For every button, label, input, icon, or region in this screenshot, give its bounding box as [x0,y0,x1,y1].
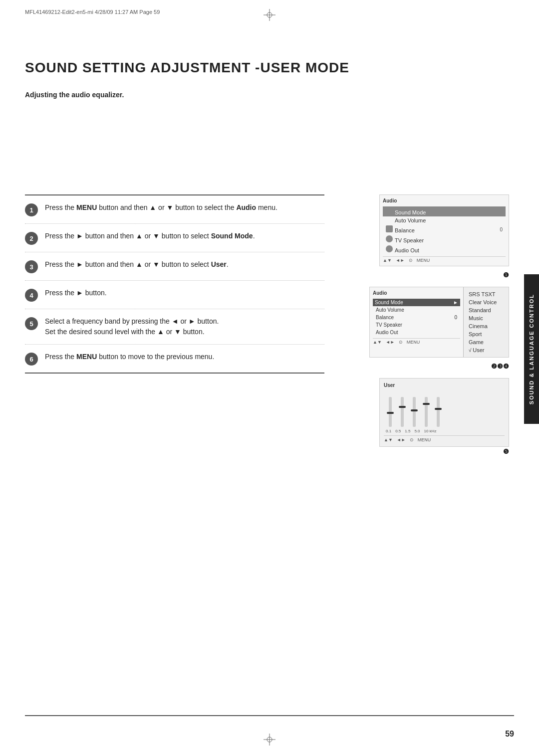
sub-item-1: SRS TSXT [467,290,506,298]
eq-bar-5 [437,397,440,427]
subtitle: Adjusting the audio equalizer. [25,91,514,99]
freq-label-1: 0.1 [386,429,391,433]
step-4-text: Press the ► button. [45,288,324,298]
screen3-step-label: ❺ [379,448,509,455]
eq-bars [384,392,505,427]
screen1-item-5: Audio Out [383,244,506,254]
screen3-container: User [349,378,509,455]
screen1-nav: ▲▼◄►⊙MENU [383,256,506,263]
step-2-text: Press the ► button and then ▲ or ▼ butto… [45,231,324,241]
eq-bar-3 [413,397,416,427]
step-2: 2 Press the ► button and then ▲ or ▼ but… [25,224,324,252]
screen2-item-4: TV Speaker [373,321,460,329]
screen2-container: Audio Sound Mode► Auto Volume Balance0 T… [349,287,509,370]
screen1-item-3: Balance 0 [383,224,506,234]
screen1-container: Audio Sound Mode Auto Volume Balance 0 T… [349,194,509,279]
top-crosshair [264,9,275,22]
screen3: User [379,378,509,447]
step-5-text: Select a frequency band by pressing the … [45,316,324,337]
sub-item-4: Music [467,314,506,322]
bottom-divider [25,715,514,716]
main-content: SOUND SETTING ADJUSTMENT -USER MODE Adju… [25,30,514,726]
step-5: 5 Select a frequency band by pressing th… [25,309,324,345]
screen1: Audio Sound Mode Auto Volume Balance 0 T… [379,194,509,266]
step-2-number: 2 [25,232,38,245]
screen1-title: Audio [383,198,506,204]
sub-item-6: Sport [467,330,506,338]
sidebar-label: SOUND & LANGUAGE CONTROL [529,294,535,404]
step-6-number: 6 [25,353,38,366]
freq-label-4: 5.0 [414,429,420,433]
step-4-number: 4 [25,289,38,302]
step-3: 3 Press the ► button and then ▲ or ▼ but… [25,252,324,281]
page-title: SOUND SETTING ADJUSTMENT -USER MODE [25,60,514,76]
screen3-nav: ▲▼◄►⊙MENU [384,435,505,442]
screen2-nav: ▲▼◄►⊙MENU [373,338,460,345]
screen1-step-label: ❶ [379,271,509,279]
eq-bar-4 [425,397,428,427]
eq-bar-1 [389,397,392,427]
eq-freq-labels: 0.1 0.5 1.5 5.0 10 kHz [384,429,505,433]
step-3-number: 3 [25,260,38,273]
screen2-item-3: Balance0 [373,314,460,321]
screen2: Audio Sound Mode► Auto Volume Balance0 T… [369,287,509,358]
file-info: MFL41469212-Edit2-en5-mi 4/28/09 11:27 A… [25,9,160,15]
screen1-item-4: TV Speaker [383,234,506,244]
freq-label-5: 10 kHz [424,429,437,433]
eq-bar-2 [401,397,404,427]
step-6: 6 Press the MENU button to move to the p… [25,345,324,374]
screenshots: Audio Sound Mode Auto Volume Balance 0 T… [349,194,509,463]
step-6-text: Press the MENU button to move to the pre… [45,352,324,362]
step-1-text: Press the MENU button and then ▲ or ▼ bu… [45,202,324,213]
freq-label-3: 1.5 [405,429,410,433]
steps-section: 1 Press the MENU button and then ▲ or ▼ … [25,194,324,374]
bottom-crosshair [264,734,275,747]
step-5-number: 5 [25,317,38,330]
step-1: 1 Press the MENU button and then ▲ or ▼ … [25,194,324,224]
step-1-number: 1 [25,203,38,216]
screen2-item-5: Audio Out [373,329,460,336]
step-3-text: Press the ► button and then ▲ or ▼ butto… [45,259,324,270]
screen2-step-label: ❷❸❹ [369,363,509,370]
freq-label-2: 0.5 [395,429,401,433]
sub-item-3: Standard [467,306,506,314]
sub-item-8: User [467,346,506,354]
sidebar-tab: SOUND & LANGUAGE CONTROL [524,274,539,424]
screen1-item-1: Sound Mode [383,206,506,216]
page-number: 59 [505,730,514,739]
screen2-item-1: Sound Mode► [373,299,460,306]
sub-item-2: Clear Voice [467,298,506,306]
screen1-item-2: Auto Volume [383,216,506,224]
screen2-item-2: Auto Volume [373,306,460,314]
screen2-title: Audio [373,290,460,297]
step-4: 4 Press the ► button. [25,281,324,309]
sub-item-7: Game [467,338,506,346]
sub-item-5: Cinema [467,322,506,330]
screen3-title: User [384,382,505,388]
